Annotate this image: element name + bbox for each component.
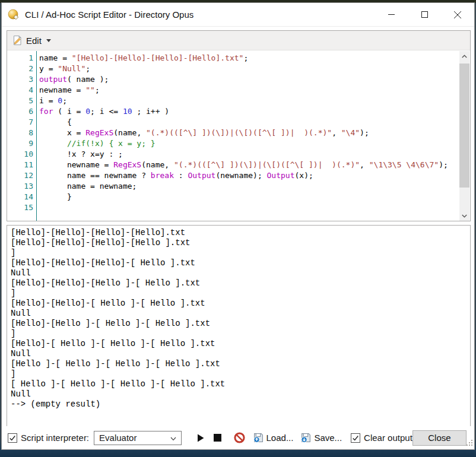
bottom-toolbar: Script interpreter: Evaluator [2,426,474,449]
output-pane[interactable]: [Hello]-[Hello]-[Hello]-[Hello].txt[Hell… [7,225,471,427]
output-line: ] [11,288,467,299]
code-text: x = RegExS(name, "(.*)(([^\] ])(\])|(\[)… [33,128,369,138]
code-line: 1name = "[Hello]-[Hello]-[Hello]-[Hello]… [7,53,459,64]
output-line: [Hello]-[Hello]-[Hello]-[ Hello ].txt [11,258,467,268]
chevron-down-icon [462,214,467,218]
code-line: 2y = "Null"; [7,64,459,74]
code-text: newname = ""; [33,85,100,96]
no-entry-icon [234,432,245,443]
chevron-down-icon [170,433,176,443]
scroll-down-button[interactable] [459,211,469,221]
output-line: Null [11,349,467,359]
script-interpreter-label: Script interpreter: [21,433,89,443]
resize-grip[interactable] [466,438,473,449]
scrollbar-thumb[interactable] [459,64,469,188]
stop-button[interactable] [214,434,221,442]
code-line: 11 newname = RegExS(name, "(.*)(([^\] ])… [7,160,459,170]
interpreter-select[interactable]: Evaluator [94,431,181,445]
save-label: Save... [314,433,342,443]
code-editor[interactable]: 1name = "[Hello]-[Hello]-[Hello]-[Hello]… [7,51,470,221]
clear-output-checkbox[interactable] [351,433,360,443]
output-line: ] [11,329,467,339]
script-interpreter-checkbox[interactable] [8,433,17,443]
chevron-up-icon [462,55,467,58]
line-number: 6 [7,106,33,117]
output-line: [Hello]-[Hello ]-[ Hello ]-[ Hello ].txt [11,319,467,329]
load-label: Load... [266,433,294,443]
play-icon [197,434,204,442]
code-line: 7 { [7,117,459,128]
app-icon [8,9,20,21]
code-line: 10 !x ? x=y : ; [7,149,459,160]
output-line: --> (empty result) [11,399,467,410]
close-icon [454,11,461,18]
code-text: y = "Null"; [33,64,90,74]
output-line: ] [11,248,467,258]
clear-output-label: Clear output [364,433,412,443]
edit-menu-button[interactable]: Edit [12,35,51,46]
checkmark-icon [9,434,16,442]
code-line: 14 } [7,192,459,202]
output-line: [Hello]-[Hello]-[ Hello ]-[ Hello ].txt [11,299,467,309]
window-title: CLI / Ad-Hoc Script Editor - Directory O… [25,9,193,20]
line-number: 7 [7,117,33,128]
code-text: { [33,117,72,128]
title-bar: CLI / Ad-Hoc Script Editor - Directory O… [2,3,474,27]
output-line: Null [11,268,467,278]
code-line: 8 x = RegExS(name, "(.*)(([^\] ])(\])|(\… [7,128,459,138]
line-number: 2 [7,64,33,74]
code-line: 15 [7,202,459,213]
editor-scrollbar[interactable] [459,51,469,221]
abort-button[interactable] [234,432,245,443]
window-controls [375,3,474,26]
line-number: 3 [7,74,33,85]
output-line: ] [11,369,467,379]
output-line: [Hello]-[ Hello ]-[ Hello ]-[ Hello ].tx… [11,339,467,349]
output-line: Null [11,309,467,319]
code-lines: 1name = "[Hello]-[Hello]-[Hello]-[Hello]… [7,53,459,213]
line-number: 13 [7,181,33,192]
scroll-up-button[interactable] [459,51,469,61]
code-text: newname = RegExS(name, "(.*)(([^\] ])(\]… [33,160,448,170]
close-button[interactable]: Close [412,430,467,446]
run-button[interactable] [197,434,204,442]
minimize-icon [388,11,395,18]
output-line: Null [11,389,467,399]
output-line: [Hello]-[Hello]-[Hello]-[Hello ].txt [11,238,467,248]
minimize-button[interactable] [375,3,408,26]
line-number: 8 [7,128,33,138]
script-editor-window: CLI / Ad-Hoc Script Editor - Directory O… [1,2,475,450]
code-text: i = 0; [33,96,67,106]
load-button[interactable]: Load... [253,433,294,443]
line-number: 10 [7,149,33,160]
maximize-button[interactable] [408,3,441,26]
code-text: } [33,192,72,202]
close-window-button[interactable] [441,3,474,26]
interpreter-value: Evaluator [99,433,137,443]
code-text: for ( i = 0; i <= 10 ; i++ ) [33,106,169,117]
code-line: 3output( name ); [7,74,459,85]
floppy-load-icon [253,433,264,443]
chevron-down-icon [46,39,51,42]
desktop-background: CLI / Ad-Hoc Script Editor - Directory O… [0,0,476,457]
stop-icon [214,434,221,442]
code-text: !x ? x=y : ; [33,149,123,160]
output-line: [Hello ]-[ Hello ]-[ Hello ]-[ Hello ].t… [11,359,467,369]
floppy-save-icon [301,433,311,443]
line-number: 15 [7,202,33,213]
code-text: name = newname; [33,181,137,192]
editor-group: Edit 1name = "[Hello]-[Hello]-[Hello]-[H… [7,30,471,221]
save-button[interactable]: Save... [301,433,342,443]
code-line: 5i = 0; [7,96,459,106]
line-number: 5 [7,96,33,106]
code-line: 13 name = newname; [7,181,459,192]
output-line: [Hello]-[Hello]-[Hello ]-[ Hello ].txt [11,278,467,288]
code-line: 12 name == newname ? break : Output(newn… [7,170,459,181]
pencil-icon [12,35,23,46]
code-text: name = "[Hello]-[Hello]-[Hello]-[Hello].… [33,53,248,64]
checkmark-icon [352,434,359,442]
code-line: 9 //if(!x) { x = y; } [7,138,459,149]
edit-toolbar: Edit [7,31,470,50]
line-number: 4 [7,85,33,96]
code-text: name == newname ? break : Output(newname… [33,170,313,181]
